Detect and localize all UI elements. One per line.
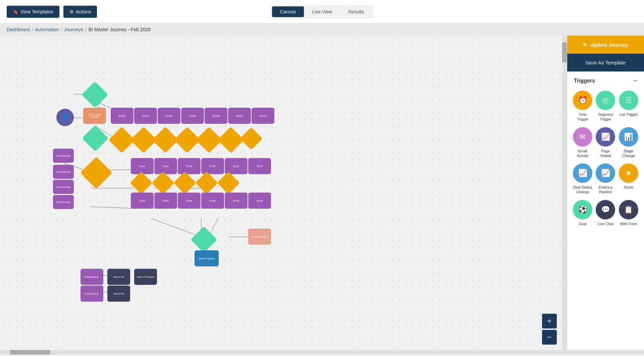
view-templates-button[interactable]: 🔖 View Templates — [7, 6, 59, 18]
horizontal-scrollbar-thumb[interactable] — [10, 350, 50, 355]
node-entry-start[interactable] — [86, 85, 104, 104]
node-r4-3[interactable]: Email — [178, 193, 201, 209]
node-r1-8[interactable]: Email — [252, 108, 274, 124]
node-r4-2[interactable]: Email — [154, 193, 177, 209]
trigger-segment[interactable]: ◎ Segment Trigger — [595, 91, 615, 122]
email-activity-label: Email Activity — [573, 149, 593, 158]
vertical-scrollbar-thumb[interactable] — [562, 42, 567, 62]
node-d7[interactable] — [221, 131, 240, 149]
node-dm5[interactable] — [220, 175, 236, 191]
goal-icon: ⚽ — [573, 200, 592, 219]
node-m1[interactable]: Email — [131, 158, 154, 174]
trigger-deal-status[interactable]: 📈 Deal Status Change — [573, 163, 593, 195]
node-d3[interactable] — [134, 131, 153, 149]
node-m3[interactable]: Email — [178, 158, 201, 174]
breadcrumb-journeys[interactable]: Journeys — [64, 27, 83, 32]
right-panel: ↻ Update Journey Save As Template Trigge… — [567, 36, 644, 355]
trigger-page-visited[interactable]: 📈 Page Visited — [595, 127, 615, 158]
vertical-scrollbar[interactable] — [562, 36, 567, 355]
time-trigger-icon: ⏰ — [573, 91, 592, 110]
breadcrumb-automation[interactable]: Automation — [35, 27, 59, 32]
breadcrumb-dashboard[interactable]: Dashboard — [7, 27, 30, 32]
trigger-live-chat[interactable]: 💬 Live Chat — [595, 200, 615, 226]
tab-canvas[interactable]: Canvas — [272, 6, 304, 17]
canvas-connections — [0, 36, 567, 355]
node-r4-1[interactable]: Email — [131, 193, 154, 209]
node-dm3[interactable] — [177, 175, 193, 191]
node-bc5[interactable]: Add to FB — [107, 286, 130, 302]
node-r1-1[interactable]: Send Email Contact — [83, 108, 106, 124]
list-trigger-label: List Trigger — [620, 112, 638, 117]
node-r1-2[interactable]: Email — [111, 108, 133, 124]
node-d4[interactable] — [156, 131, 175, 149]
node-lc4[interactable]: Email Activity — [53, 195, 74, 209]
zoom-in-button[interactable]: + — [542, 314, 557, 328]
update-journey-button[interactable]: ↻ Update Journey — [567, 36, 644, 54]
node-m4[interactable]: Email — [201, 158, 224, 174]
node-r4-4[interactable]: Email — [201, 193, 224, 209]
node-r1-3[interactable]: Email — [134, 108, 157, 124]
canvas-area[interactable]: 👤 Send Email Contact Email Email Email E… — [0, 36, 567, 355]
tab-live-view[interactable]: Live View — [304, 6, 340, 17]
goal-label: Goal — [579, 221, 587, 226]
node-r4-6[interactable]: Email — [248, 193, 271, 209]
trigger-list[interactable]: ☰ List Trigger — [619, 91, 639, 122]
node-m2[interactable]: Email — [154, 158, 177, 174]
node-bc1[interactable]: Email Activity — [80, 269, 103, 285]
node-d8[interactable] — [243, 131, 259, 147]
time-trigger-label: Time Trigger — [573, 112, 593, 122]
trigger-enters-pipeline[interactable]: 📈 Enters a Pipeline — [595, 163, 615, 195]
node-bc3[interactable]: Add to FB Buyer — [134, 269, 157, 285]
breadcrumb: Dashboard / Automation / Journeys / BI M… — [0, 23, 644, 36]
view-templates-label: View Templates — [20, 9, 53, 14]
horizontal-scrollbar[interactable] — [0, 350, 562, 355]
node-salmon[interactable]: Send to Contact — [248, 228, 271, 245]
page-visited-icon: 📈 — [596, 127, 615, 147]
trigger-time[interactable]: ⏰ Time Trigger — [573, 91, 593, 122]
trigger-stage-change[interactable]: 📊 Stage Change — [619, 127, 639, 158]
node-r1-5[interactable]: Email — [181, 108, 204, 124]
node-d6[interactable] — [200, 131, 218, 149]
zoom-out-button[interactable]: − — [542, 330, 557, 345]
breadcrumb-sep-1: / — [32, 27, 33, 32]
node-r1-6[interactable]: Email — [205, 108, 227, 124]
node-dm2[interactable] — [155, 175, 171, 191]
actions-label: Actions — [76, 9, 91, 14]
node-bc2[interactable]: Add to FB — [107, 269, 130, 285]
node-lc2[interactable]: Email Activity — [53, 165, 74, 179]
node-converge[interactable] — [195, 230, 213, 249]
node-m5[interactable]: Email — [225, 158, 248, 174]
trigger-goal[interactable]: ⚽ Goal — [573, 200, 593, 226]
node-r1-7[interactable]: Email — [228, 108, 251, 124]
node-d2[interactable] — [112, 131, 131, 149]
node-lc1[interactable]: Email Activity — [53, 149, 74, 163]
trigger-email-activity[interactable]: ✉ Email Activity — [573, 127, 593, 158]
node-r1-4[interactable]: Email — [158, 108, 180, 124]
node-decision-1[interactable] — [86, 129, 105, 148]
node-final[interactable]: Add to Pipeline — [195, 250, 219, 266]
right-panel-scrollbar[interactable] — [567, 350, 644, 355]
save-as-template-button[interactable]: Save As Template — [567, 54, 644, 71]
node-dm1[interactable] — [133, 175, 149, 191]
web-form-icon: 📋 — [619, 200, 638, 219]
node-r4-5[interactable]: Email — [225, 193, 248, 209]
enters-pipeline-label: Enters a Pipeline — [595, 185, 615, 195]
zoom-controls: + − — [542, 314, 557, 345]
node-d5[interactable] — [178, 131, 197, 149]
update-journey-label: Update Journey — [590, 42, 628, 48]
node-dm4[interactable] — [199, 175, 215, 191]
stage-change-icon: 📊 — [619, 127, 638, 147]
right-panel-actions: ↻ Update Journey Save As Template — [567, 36, 644, 71]
node-lc3[interactable]: Email Activity — [53, 180, 74, 194]
trigger-score[interactable]: ★ Score — [619, 163, 639, 195]
tab-results[interactable]: Results — [340, 6, 372, 17]
node-bc4[interactable]: Email Activity — [80, 286, 103, 302]
triggers-collapse-button[interactable]: − — [633, 77, 637, 85]
node-mid-decision[interactable] — [85, 161, 108, 184]
trigger-web-form[interactable]: 📋 Web Form — [619, 200, 639, 226]
node-person[interactable]: 👤 — [56, 109, 74, 126]
node-m6[interactable]: Email — [248, 158, 271, 174]
triggers-title: Triggers — [574, 78, 595, 84]
tab-group: Canvas Live View Results — [271, 5, 373, 18]
actions-button[interactable]: ⚙ Actions — [63, 6, 97, 18]
